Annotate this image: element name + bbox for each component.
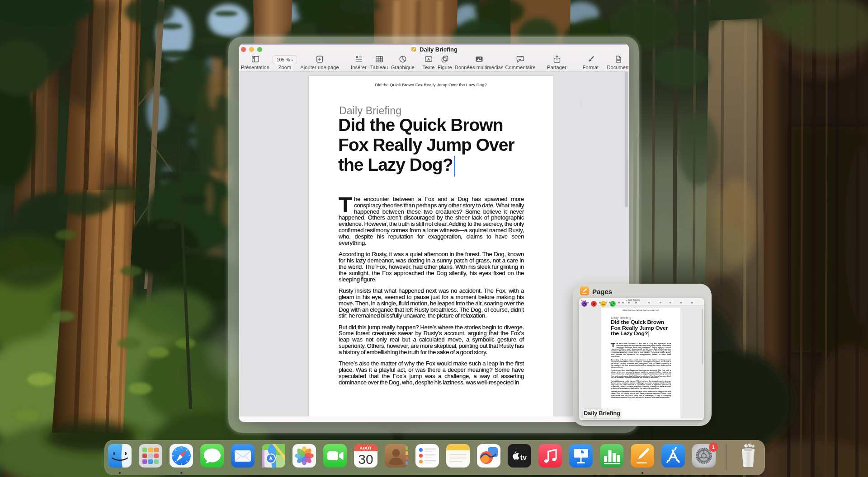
- svg-text:1: 1: [712, 444, 715, 450]
- svg-text:30: 30: [358, 452, 373, 467]
- svg-text:tv: tv: [520, 453, 527, 461]
- svg-text:AOÛT: AOÛT: [360, 445, 372, 450]
